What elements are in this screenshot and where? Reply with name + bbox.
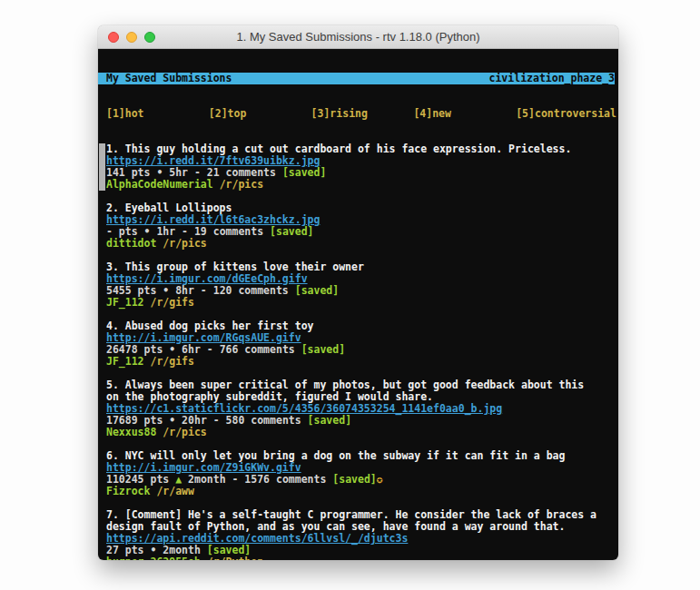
category-tab-5[interactable]: [5]controversial <box>516 108 618 120</box>
traffic-lights <box>108 25 155 48</box>
submission-byline: JF_112 /r/gifs <box>106 297 618 309</box>
submission-2[interactable]: 2. Eyeball Lollipopshttps://i.redd.it/l6… <box>106 202 618 250</box>
subreddit-link[interactable]: /r/pics <box>213 178 263 191</box>
submission-byline: Nexxus88 /r/pics <box>106 427 618 438</box>
saved-badge: [saved] <box>282 166 326 179</box>
author-name[interactable]: Nexxus88 <box>106 426 156 438</box>
subreddit-link[interactable]: /r/aww <box>150 485 193 497</box>
submission-byline: AlphaCodeNumerial /r/pics <box>106 179 618 191</box>
subreddit-link[interactable]: /r/Python <box>201 556 263 560</box>
points-label: 27 pts <box>106 544 150 556</box>
author-name[interactable]: Fizrock <box>106 485 150 497</box>
author-name[interactable]: JF_112 <box>106 355 144 368</box>
submission-4[interactable]: 4. Abused dog picks her first toyhttp://… <box>106 320 618 368</box>
author-name[interactable]: JF_112 <box>106 296 144 309</box>
submission-list: 1. This guy holding a cut out cardboard … <box>106 143 618 560</box>
subreddit-link[interactable]: /r/pics <box>156 237 206 250</box>
saved-badge: [saved] <box>332 473 376 486</box>
stats-detail: 20hr - 580 comments <box>175 414 307 427</box>
submission-6[interactable]: 6. NYC will only let you bring a dog on … <box>106 450 618 497</box>
window-titlebar[interactable]: 1. My Saved Submissions - rtv 1.18.0 (Py… <box>98 25 618 49</box>
saved-badge: [saved] <box>270 225 313 238</box>
category-tab-4[interactable]: [4]new <box>413 108 516 120</box>
submission-3[interactable]: 3. This group of kittens love their owne… <box>106 261 618 309</box>
submission-byline: burner_262955eb /r/Python <box>106 556 618 560</box>
subreddit-link[interactable]: /r/gifs <box>144 355 194 368</box>
close-button[interactable] <box>108 32 119 43</box>
zoom-button[interactable] <box>144 32 155 43</box>
author-name[interactable]: dittidot <box>106 237 156 250</box>
stats-detail: 6hr - 766 comments <box>175 343 301 356</box>
terminal-content: My Saved Submissionscivilization_phaze_3… <box>98 49 618 560</box>
submission-7[interactable]: 7. [Comment] He's a self-taught C progra… <box>106 509 618 560</box>
stats-detail: 1hr - 19 comments <box>150 225 270 238</box>
saved-badge: [saved] <box>295 284 339 297</box>
category-tabs: [1]hot[2]top[3]rising[4]new[5]controvers… <box>106 108 618 120</box>
author-name[interactable]: AlphaCodeNumerial <box>106 178 213 191</box>
header-bar: My Saved Submissionscivilization_phaze_3 <box>98 73 615 84</box>
submission-1[interactable]: 1. This guy holding a cut out cardboard … <box>106 143 618 191</box>
submission-byline: Fizrock /r/aww <box>106 486 618 497</box>
category-tab-3[interactable]: [3]rising <box>311 108 414 120</box>
subreddit-link[interactable]: /r/pics <box>156 426 206 438</box>
subreddit-link[interactable]: /r/gifs <box>144 296 194 309</box>
selection-cursor <box>99 143 105 191</box>
points-label: 141 pts <box>106 166 156 179</box>
author-name[interactable]: burner_262955eb <box>106 556 201 560</box>
gilded-icon: ✪ <box>377 473 383 486</box>
points-label: 5455 pts <box>106 284 163 297</box>
saved-badge: [saved] <box>207 544 251 556</box>
stats-detail: 2month <box>156 544 206 556</box>
points-label: 26478 pts <box>106 343 169 356</box>
submission-5[interactable]: 5. Always been super critical of my phot… <box>106 379 618 438</box>
desktop: { "window": { "title": "1. My Saved Subm… <box>0 0 700 590</box>
page-title: My Saved Submissions <box>106 73 489 84</box>
username-label: civilization_phaze_3 <box>489 73 615 84</box>
minimize-button[interactable] <box>126 32 137 43</box>
stats-detail: 5hr - 21 comments <box>163 166 282 179</box>
window-title: 1. My Saved Submissions - rtv 1.18.0 (Py… <box>236 30 479 44</box>
terminal-window: 1. My Saved Submissions - rtv 1.18.0 (Py… <box>98 25 618 560</box>
category-tab-1[interactable]: [1]hot <box>106 108 209 120</box>
category-tab-2[interactable]: [2]top <box>209 108 311 120</box>
submission-byline: JF_112 /r/gifs <box>106 356 618 368</box>
saved-badge: [saved] <box>308 414 351 427</box>
points-label: - pts <box>106 225 144 238</box>
submission-byline: dittidot /r/pics <box>106 238 618 250</box>
stats-detail: 2month - 1576 comments <box>182 473 332 486</box>
points-label: 110245 pts <box>106 473 175 486</box>
points-label: 17689 pts <box>106 414 169 427</box>
saved-badge: [saved] <box>301 343 345 356</box>
stats-detail: 8hr - 120 comments <box>169 284 294 297</box>
